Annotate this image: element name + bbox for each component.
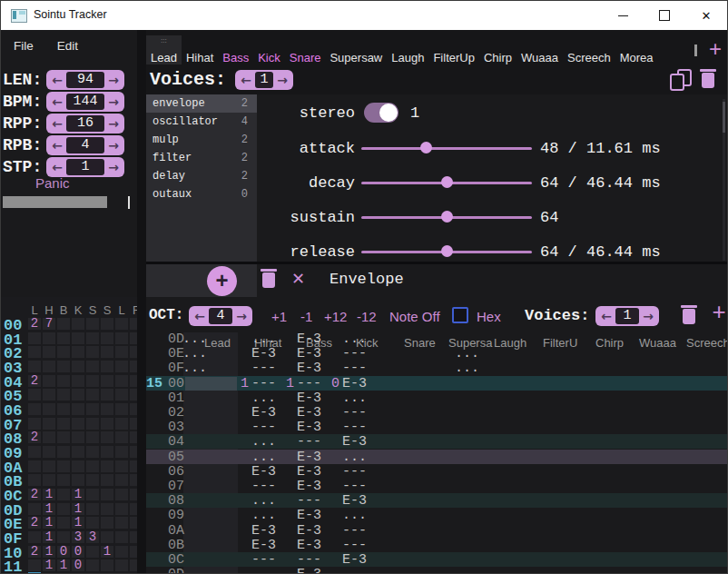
order-cell[interactable] <box>115 318 128 330</box>
pattern-number-bass[interactable]: 1 <box>286 377 294 391</box>
toolbar-button-note-off[interactable]: Note Off <box>389 309 440 324</box>
note-cell-bass[interactable]: E-3 <box>297 332 321 347</box>
order-cell[interactable] <box>28 361 41 372</box>
order-cell[interactable] <box>130 503 137 515</box>
spinner-len-decrement-button[interactable]: ← <box>48 73 66 87</box>
order-cell[interactable] <box>130 531 137 543</box>
order-cell[interactable] <box>115 503 128 515</box>
spinner-bpm-value[interactable]: 144 <box>66 94 104 110</box>
note-cell-bass[interactable]: E-3 <box>297 421 321 435</box>
order-cell[interactable] <box>130 403 137 415</box>
order-cell[interactable] <box>28 446 41 458</box>
track-voices-spinner-value[interactable]: 1 <box>615 308 639 324</box>
pattern-selected-cell[interactable] <box>185 377 237 391</box>
add-track-button[interactable]: + <box>707 298 728 326</box>
order-cell[interactable] <box>130 559 137 571</box>
order-cell[interactable] <box>86 375 99 387</box>
note-cell-hihat[interactable]: ... <box>251 509 276 523</box>
sustain-slider-knob[interactable] <box>441 211 453 223</box>
order-cell[interactable]: 7 <box>43 318 55 330</box>
order-cell[interactable] <box>86 403 99 415</box>
spinner-rpb-increment-button[interactable]: → <box>104 138 123 153</box>
order-cell[interactable] <box>43 474 55 486</box>
note-cell-bass[interactable]: --- <box>297 377 321 391</box>
note-cell-bass[interactable]: --- <box>297 435 321 450</box>
order-cell[interactable]: 0 <box>72 559 84 571</box>
delete-instrument-icon[interactable] <box>701 69 715 88</box>
note-cell-kick[interactable]: ... <box>342 332 367 347</box>
order-cell[interactable] <box>86 318 99 330</box>
order-cell[interactable] <box>115 517 128 529</box>
note-cell-hihat[interactable]: --- <box>251 361 276 376</box>
pattern-number-kick[interactable]: 0 <box>331 377 339 391</box>
attack-slider-track[interactable] <box>361 147 532 150</box>
order-cell[interactable] <box>57 489 70 500</box>
order-cell[interactable] <box>115 446 128 458</box>
octave-spinner-value[interactable]: 4 <box>209 308 232 324</box>
order-cell[interactable] <box>101 531 113 543</box>
note-cell-supersaw[interactable]: ... <box>455 347 479 361</box>
note-cell-kick[interactable]: E-3 <box>342 494 367 509</box>
order-cell[interactable]: 1 <box>101 546 113 558</box>
octave-spinner-decrement-button[interactable]: ← <box>191 309 209 323</box>
order-cell[interactable] <box>115 389 128 401</box>
order-cell[interactable] <box>57 503 70 515</box>
order-cell[interactable] <box>115 531 128 543</box>
order-cell[interactable] <box>130 389 137 401</box>
order-cell[interactable] <box>57 474 70 486</box>
tab-supersaw[interactable]: Supersaw <box>325 35 387 64</box>
spinner-bpm-increment-button[interactable]: → <box>104 94 123 109</box>
order-cell[interactable] <box>115 431 128 443</box>
note-cell-lead[interactable]: ... <box>182 332 207 347</box>
order-cell[interactable] <box>43 403 55 415</box>
note-cell-hihat[interactable]: ... <box>251 435 276 450</box>
note-cell-hihat[interactable]: E-3 <box>251 347 276 361</box>
order-cell[interactable] <box>86 460 99 472</box>
note-cell-kick[interactable]: --- <box>342 361 367 376</box>
tab-chirp[interactable]: Chirp <box>479 35 516 64</box>
order-cell[interactable] <box>43 332 55 344</box>
order-cell[interactable]: 1 <box>43 546 55 558</box>
close-unit-icon[interactable]: ✕ <box>291 269 305 289</box>
order-cell[interactable] <box>57 318 70 330</box>
toolbar-button--1[interactable]: -1 <box>300 309 312 324</box>
order-cell[interactable] <box>72 460 84 472</box>
order-cell[interactable] <box>115 403 128 415</box>
order-cell[interactable] <box>130 460 137 472</box>
order-cell[interactable] <box>130 375 137 387</box>
spinner-rpp-decrement-button[interactable]: ← <box>48 116 66 131</box>
order-cell[interactable] <box>43 361 55 372</box>
order-cell[interactable] <box>130 446 137 458</box>
order-cell[interactable] <box>130 318 137 330</box>
order-cell[interactable] <box>101 446 113 458</box>
order-cell[interactable] <box>130 431 137 443</box>
clipped-tab[interactable] <box>694 45 697 56</box>
note-cell-hihat[interactable]: ... <box>251 450 276 465</box>
order-cell[interactable] <box>101 361 113 372</box>
order-cell[interactable]: 2 <box>28 489 41 500</box>
order-cell[interactable]: 1 <box>43 517 55 529</box>
note-cell-bass[interactable]: E-3 <box>297 480 321 494</box>
order-cell[interactable]: 2 <box>28 318 41 330</box>
order-cell[interactable] <box>28 460 41 472</box>
tab-filterup[interactable]: FilterUp <box>428 35 479 64</box>
octave-spinner-increment-button[interactable]: → <box>232 309 251 323</box>
order-cell[interactable] <box>43 418 55 430</box>
order-cell[interactable] <box>57 460 70 472</box>
tab-snare[interactable]: Snare <box>285 35 326 64</box>
menu-file[interactable]: File <box>14 39 34 53</box>
order-cell[interactable] <box>130 418 137 430</box>
note-cell-kick[interactable]: E-3 <box>342 435 367 450</box>
order-cell[interactable] <box>86 332 99 344</box>
order-cell[interactable]: 0 <box>57 546 70 558</box>
order-cell[interactable] <box>57 389 70 401</box>
order-cell[interactable]: 1 <box>43 489 55 500</box>
note-cell-bass[interactable]: E-3 <box>297 524 321 539</box>
order-cell[interactable] <box>101 460 113 472</box>
order-cell[interactable] <box>28 503 41 515</box>
pattern-number-hihat[interactable]: 1 <box>241 377 249 391</box>
tab-bass[interactable]: Bass <box>218 35 253 64</box>
order-cell[interactable] <box>115 332 128 344</box>
release-slider-knob[interactable] <box>441 245 453 257</box>
note-cell-kick[interactable]: --- <box>342 406 367 421</box>
